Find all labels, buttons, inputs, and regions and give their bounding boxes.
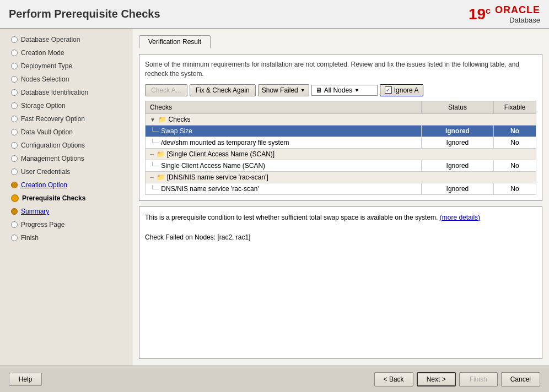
sidebar-item-progress-page[interactable]: Progress Page	[0, 218, 132, 231]
show-failed-arrow-icon: ▼	[300, 88, 305, 93]
sidebar-item-database-identification[interactable]: Database Identification	[0, 86, 132, 99]
tab-verification-result[interactable]: Verification Result	[139, 35, 211, 48]
step-dot-fast-recovery-option	[11, 116, 18, 122]
step-dot-summary	[11, 208, 18, 215]
table-row[interactable]: └─ /dev/shm mounted as temporary file sy…	[146, 137, 536, 148]
sidebar-item-nodes-selection[interactable]: Nodes Selection	[0, 73, 132, 86]
checks-table: Checks Status Fixable ▼ 📁 Checks	[145, 101, 536, 195]
sidebar-item-management-options[interactable]: Management Options	[0, 152, 132, 165]
sidebar-item-user-credentials[interactable]: User Credentials	[0, 165, 132, 178]
check-failed-text: Check Failed on Nodes: [rac2, rac1]	[145, 232, 536, 242]
page-title: Perform Prerequisite Checks	[9, 8, 160, 20]
step-dot-storage-option	[11, 102, 18, 109]
fixable-scan: No	[493, 160, 536, 171]
oracle-logo: 19c ORACLE Database	[469, 4, 540, 24]
verification-panel: Some of the minimum requirements for ins…	[139, 54, 542, 201]
folder-icon-checks: 📁	[158, 116, 166, 123]
table-row[interactable]: ─ 📁 [DNS/NIS name service 'rac-scan']	[146, 171, 536, 183]
tree-line-swap: └─	[150, 127, 161, 135]
check-again-button[interactable]: Check A...	[145, 84, 187, 96]
step-dot-management-options	[11, 155, 18, 162]
sidebar-item-summary[interactable]: Summary	[0, 205, 132, 218]
col-header-status: Status	[421, 101, 493, 113]
step-dot-database-identification	[11, 89, 18, 96]
footer: Help < Back Next > Finish Cancel	[0, 366, 549, 392]
sidebar-item-deployment-type[interactable]: Deployment Type	[0, 59, 132, 73]
step-dot-finish	[11, 235, 18, 241]
footer-right: < Back Next > Finish Cancel	[374, 372, 540, 386]
fixable-shm: No	[493, 137, 536, 148]
tree-line-shm: └─	[150, 139, 161, 146]
step-dot-progress-page	[11, 221, 18, 228]
nodes-icon: 🖥	[315, 86, 322, 94]
table-group-header: ▼ 📁 Checks	[146, 113, 536, 125]
sidebar-item-database-operation[interactable]: Database Operation	[0, 33, 132, 46]
sidebar-item-configuration-options[interactable]: Configuration Options	[0, 139, 132, 152]
table-row[interactable]: └─ Single Client Access Name (SCAN) Igno…	[146, 160, 536, 171]
description-text: This is a prerequisite condition to test…	[145, 213, 536, 222]
tree-line-dns-item: └─	[150, 185, 161, 193]
sidebar: Database Operation Creation Mode Deploym…	[0, 29, 132, 366]
tab-bar: Verification Result	[139, 35, 542, 48]
show-failed-dropdown[interactable]: Show Failed ▼	[258, 84, 309, 96]
nodes-arrow-icon: ▼	[354, 88, 359, 93]
status-dns: Ignored	[421, 183, 493, 194]
table-row[interactable]: └─ DNS/NIS name service 'rac-scan' Ignor…	[146, 183, 536, 194]
oracle-version: 19c	[469, 6, 491, 23]
sidebar-item-finish[interactable]: Finish	[0, 231, 132, 244]
sidebar-item-fast-recovery-option[interactable]: Fast Recovery Option	[0, 112, 132, 126]
oracle-branding: ORACLE Database	[495, 4, 540, 24]
more-details-link[interactable]: (more details)	[440, 214, 480, 221]
header: Perform Prerequisite Checks 19c ORACLE D…	[0, 0, 549, 29]
footer-left: Help	[9, 373, 42, 386]
content-area: Verification Result Some of the minimum …	[132, 29, 549, 366]
sidebar-item-creation-option[interactable]: Creation Option	[0, 178, 132, 192]
tree-line-scan-item: └─	[150, 162, 161, 170]
step-dot-creation-option	[11, 182, 18, 188]
step-dot-deployment-type	[11, 63, 18, 69]
all-nodes-dropdown[interactable]: 🖥 All Nodes ▼	[311, 85, 378, 96]
expand-icon-scan: ─	[150, 151, 154, 157]
toolbar: Check A... Fix & Check Again Show Failed…	[145, 84, 536, 96]
expand-icon-checks: ▼	[150, 117, 155, 123]
step-dot-user-credentials	[11, 168, 18, 175]
sidebar-item-data-vault-option[interactable]: Data Vault Option	[0, 126, 132, 139]
finish-button[interactable]: Finish	[459, 372, 498, 386]
step-dot-nodes-selection	[11, 76, 18, 83]
status-shm: Ignored	[421, 137, 493, 148]
fixable-swap: No	[493, 125, 536, 137]
fixable-dns: No	[493, 183, 536, 194]
back-button[interactable]: < Back	[374, 372, 413, 386]
folder-icon-dns: 📁	[157, 173, 165, 181]
status-swap: Ignored	[421, 125, 493, 137]
fix-check-again-button[interactable]: Fix & Check Again	[190, 84, 256, 96]
description-panel: This is a prerequisite condition to test…	[139, 206, 542, 359]
ignore-all-button[interactable]: ✓ Ignore A	[380, 84, 424, 96]
step-dot-creation-mode	[11, 50, 18, 56]
sidebar-item-creation-mode[interactable]: Creation Mode	[0, 46, 132, 59]
next-button[interactable]: Next >	[417, 372, 456, 386]
folder-icon-scan: 📁	[157, 150, 165, 158]
step-dot-prerequisite-checks	[11, 194, 19, 202]
ignore-all-checkbox-icon: ✓	[385, 86, 392, 94]
step-dot-database-operation	[11, 36, 18, 43]
step-dot-configuration-options	[11, 142, 18, 149]
col-header-fixable: Fixable	[493, 101, 536, 113]
sidebar-item-prerequisite-checks[interactable]: Prerequisite Checks	[0, 192, 132, 205]
status-scan: Ignored	[421, 160, 493, 171]
col-header-checks: Checks	[146, 101, 422, 113]
panel-description: Some of the minimum requirements for ins…	[145, 60, 536, 79]
sidebar-item-storage-option[interactable]: Storage Option	[0, 99, 132, 112]
step-dot-data-vault-option	[11, 129, 18, 135]
help-button[interactable]: Help	[9, 373, 42, 386]
cancel-button[interactable]: Cancel	[501, 372, 540, 386]
table-row[interactable]: ─ 📁 [Single Client Access Name (SCAN)]	[146, 148, 536, 160]
table-row[interactable]: └─ Swap Size Ignored No	[146, 125, 536, 137]
main-container: Database Operation Creation Mode Deploym…	[0, 29, 549, 366]
expand-icon-dns: ─	[150, 175, 154, 181]
